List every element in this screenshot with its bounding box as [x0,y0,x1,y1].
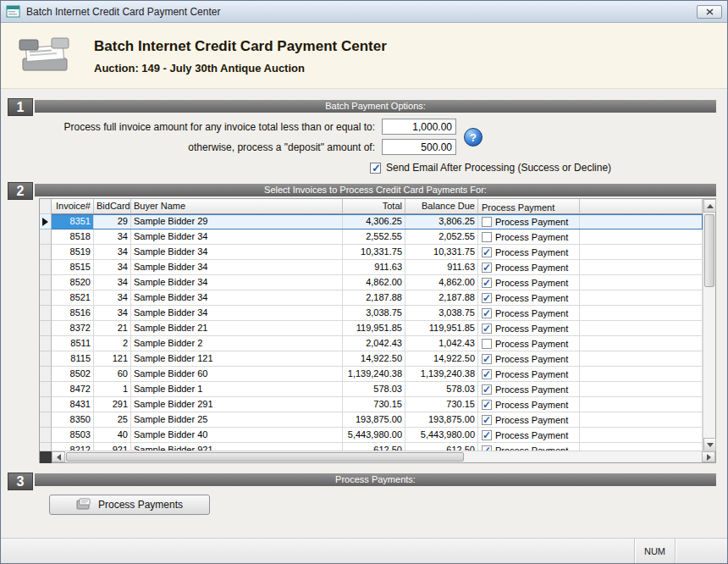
table-row[interactable]: 8519 34 Sample Bidder 34 10,331.75 10,33… [40,245,703,260]
col-header-total[interactable]: Total [343,199,405,214]
extra-cell [580,397,703,412]
process-payment-checkbox[interactable] [482,278,492,288]
table-row[interactable]: 8472 1 Sample Bidder 1 578.03 578.03 Pro… [40,382,703,397]
table-row[interactable]: 8511 2 Sample Bidder 2 2,042.43 1,042.43… [40,336,703,351]
extra-cell [580,336,703,351]
table-row[interactable]: 8503 40 Sample Bidder 40 5,443,980.00 5,… [40,428,703,443]
buyer-name-cell: Sample Bidder 60 [131,367,343,382]
col-header-bidcard[interactable]: BidCard# [94,199,131,214]
col-header-balance-due[interactable]: Balance Due [405,199,478,214]
statusbar-num-panel: NUM [634,539,675,563]
extra-cell [580,275,703,290]
total-cell: 730.15 [343,397,405,412]
invoice-cell: 8520 [52,275,94,290]
table-row[interactable]: 8372 21 Sample Bidder 21 119,951.85 119,… [40,321,703,336]
table-row[interactable]: 8431 291 Sample Bidder 291 730.15 730.15… [40,397,703,412]
process-payment-checkbox[interactable] [482,339,492,349]
help-button[interactable]: ? [464,128,483,147]
process-payment-checkbox[interactable] [482,293,492,303]
buyer-name-cell: Sample Bidder 34 [131,229,343,245]
process-payment-checkbox[interactable] [482,369,492,379]
scroll-left-button[interactable] [52,451,65,462]
total-cell: 4,862.00 [343,275,405,290]
grid-corner-block [40,451,52,463]
table-row[interactable]: 8115 121 Sample Bidder 121 14,922.50 14,… [40,351,703,367]
bidcard-cell: 60 [94,367,131,382]
bidcard-cell: 34 [94,306,131,321]
extra-cell [580,260,703,275]
section3-number: 3 [8,473,33,490]
row-selector-cell [40,214,52,229]
col-header-process-payment[interactable]: Process Payment [478,199,580,214]
table-row[interactable]: 8516 34 Sample Bidder 34 3,038.75 3,038.… [40,306,703,321]
col-header-invoice[interactable]: Invoice# [52,199,94,214]
invoice-cell: 8502 [52,367,94,382]
deposit-amount-input[interactable] [382,139,456,155]
col-header-extra [580,199,703,214]
send-email-checkbox[interactable] [370,163,381,174]
bidcard-cell: 121 [94,351,131,367]
bidcard-cell: 34 [94,290,131,306]
horizontal-scrollbar-thumb[interactable] [66,452,464,462]
horizontal-scrollbar[interactable] [40,451,715,462]
balance-due-cell: 193,875.00 [405,412,478,428]
send-email-row: Send Email After Processing (Success or … [370,162,611,174]
vertical-scrollbar-thumb[interactable] [704,214,714,287]
credit-card-machine-icon [18,33,72,79]
bidcard-cell: 29 [94,214,131,229]
process-payment-checkbox[interactable] [482,247,492,257]
row-selector-cell [40,428,52,443]
process-payments-button[interactable]: Process Payments [49,495,210,515]
process-payment-checkbox[interactable] [482,308,492,318]
total-cell: 10,331.75 [343,245,405,260]
bidcard-cell: 34 [94,275,131,290]
process-payment-checkbox-label: Process Payment [495,322,568,335]
full-amount-input[interactable] [382,119,456,135]
table-row[interactable]: 8515 34 Sample Bidder 34 911.63 911.63 P… [40,260,703,275]
section3-header: Process Payments: [35,473,716,486]
invoice-cell: 8372 [52,321,94,336]
process-payment-checkbox[interactable] [482,323,492,334]
page-title: Batch Internet Credit Card Payment Cente… [94,38,387,55]
balance-due-cell: 1,139,240.38 [405,367,478,382]
table-row[interactable]: 8520 34 Sample Bidder 34 4,862.00 4,862.… [40,275,703,290]
table-row[interactable]: 8502 60 Sample Bidder 60 1,139,240.38 1,… [40,367,703,382]
bidcard-cell: 1 [94,382,131,397]
statusbar: NUM [1,538,727,563]
process-payment-checkbox[interactable] [482,430,492,440]
process-payment-checkbox-label: Process Payment [495,261,568,274]
scroll-down-button[interactable] [703,438,716,451]
invoice-grid: Invoice# BidCard# Buyer Name Total Balan… [39,198,716,463]
process-payment-checkbox[interactable] [482,415,492,425]
invoice-cell: 8511 [52,336,94,351]
row-selector-cell [40,367,52,382]
invoice-cell: 8431 [52,397,94,412]
grid-header-row: Invoice# BidCard# Buyer Name Total Balan… [40,199,703,214]
col-header-buyer-name[interactable]: Buyer Name [131,199,343,214]
scroll-right-button[interactable] [702,451,715,462]
process-payment-checkbox[interactable] [482,400,492,410]
bidcard-cell: 21 [94,321,131,336]
close-button[interactable] [697,5,722,19]
process-payment-checkbox[interactable] [482,384,492,395]
scroll-up-button[interactable] [703,199,716,213]
balance-due-cell: 730.15 [405,397,478,412]
process-payment-cell: Process Payment [478,428,580,443]
table-row[interactable]: 8351 29 Sample Bidder 29 4,306.25 3,806.… [40,214,703,229]
vertical-scrollbar[interactable] [703,199,715,451]
process-payment-cell: Process Payment [478,229,580,245]
process-payment-cell: Process Payment [478,275,580,290]
table-row[interactable]: 8518 34 Sample Bidder 34 2,552.55 2,052.… [40,229,703,245]
table-row[interactable]: 8521 34 Sample Bidder 34 2,187.88 2,187.… [40,290,703,306]
buyer-name-cell: Sample Bidder 21 [131,321,343,336]
process-payment-checkbox[interactable] [482,232,492,242]
process-payment-cell: Process Payment [478,367,580,382]
total-cell: 193,875.00 [343,412,405,428]
process-payment-checkbox[interactable] [482,217,492,227]
table-row[interactable]: 8350 25 Sample Bidder 25 193,875.00 193,… [40,412,703,428]
extra-cell [580,306,703,321]
process-payment-cell: Process Payment [478,290,580,306]
process-payment-checkbox[interactable] [482,354,492,364]
row-selector-header [40,199,52,214]
process-payment-checkbox[interactable] [482,263,492,273]
